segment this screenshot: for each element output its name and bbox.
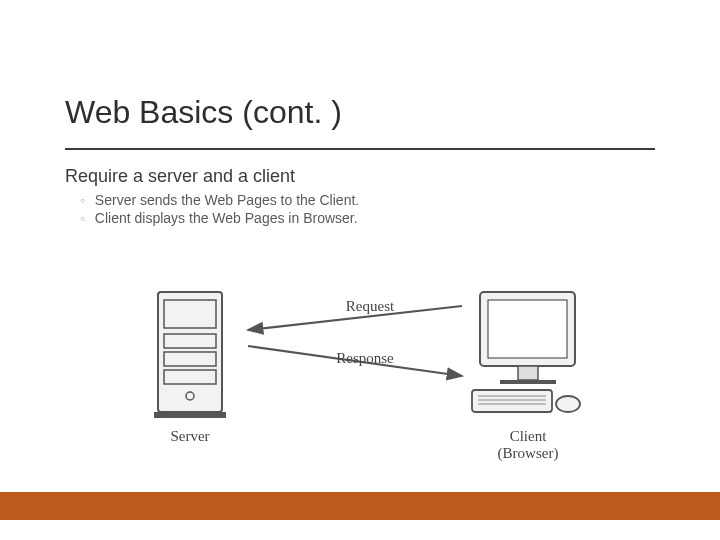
request-label: Request [310,298,430,315]
svg-rect-6 [154,412,226,418]
client-server-diagram: Request Response Server Client (Browser) [120,280,600,480]
client-label-line1: Client [510,428,547,444]
svg-point-15 [556,396,580,412]
title-divider [65,148,655,150]
svg-rect-9 [518,366,538,380]
list-item-text: Server sends the Web Pages to the Client… [95,192,359,208]
client-icon [470,290,585,420]
list-item: ◦ Client displays the Web Pages in Brows… [80,210,359,226]
client-label-line2: (Browser) [498,445,559,461]
list-item: ◦ Server sends the Web Pages to the Clie… [80,192,359,208]
svg-rect-11 [472,390,552,412]
list-item-text: Client displays the Web Pages in Browser… [95,210,358,226]
server-icon [150,290,230,420]
bullet-list: ◦ Server sends the Web Pages to the Clie… [80,190,359,228]
bullet-marker-icon: ◦ [80,210,85,226]
subtitle: Require a server and a client [65,166,295,187]
svg-rect-8 [488,300,567,358]
client-label: Client (Browser) [468,428,588,463]
svg-rect-10 [500,380,556,384]
server-label: Server [130,428,250,445]
footer-accent-bar [0,492,720,520]
page-title: Web Basics (cont. ) [65,95,342,130]
response-label: Response [305,350,425,367]
slide: Web Basics (cont. ) Require a server and… [0,0,720,540]
bullet-marker-icon: ◦ [80,192,85,208]
